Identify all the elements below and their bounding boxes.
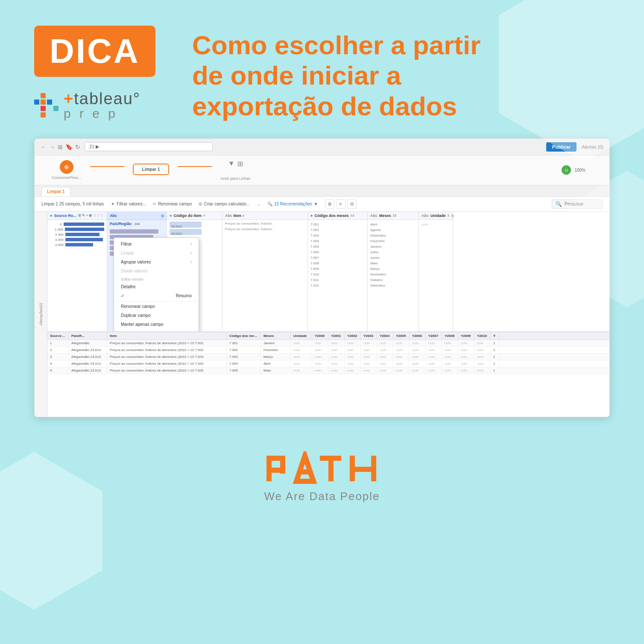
col-header-y2002: Y2002 (345, 332, 361, 340)
calc-icon: ⊞ (199, 202, 202, 206)
tableau-icon (34, 93, 59, 117)
ctx-filtrar[interactable]: Filtrar › (114, 240, 199, 249)
toolbar: Limpar 1 25 campos, 5 mil linhas ▼ Filtr… (35, 197, 609, 212)
pais-regiao-header: Abc ◇ (107, 212, 167, 220)
svg-marker-4 (296, 456, 313, 481)
submenu-arrow-3: › (190, 260, 192, 264)
data-grid: Source Row Number País/R... Item Código … (47, 331, 609, 374)
cell-meses-2: Fevereiro (261, 347, 291, 353)
bar-row-2000: 2.000 (50, 233, 104, 237)
bar-row-4000: 4.000 (50, 243, 104, 247)
nav-home[interactable]: ⊞ (58, 143, 63, 150)
source-row-column: ● Source Ro... ⊞ ✎ + ◉ ⋮⋮⋮ 0 1.00 (47, 212, 107, 331)
table-row: 2 Afeganistão 23.013 Preços ao consumido… (47, 347, 609, 354)
col-header-y2009: Y2009 (458, 332, 474, 340)
cell-unidade-5: nulo (291, 367, 312, 374)
col-header-y2010: Y2010 (474, 332, 491, 340)
item-val-2: Preços ao consumidor, Índices: (225, 227, 305, 231)
grid-header: Source Row Number País/R... Item Código … (47, 332, 609, 340)
cell-pais-2: Afeganistão 23.013 (69, 347, 107, 353)
svg-rect-10 (350, 467, 376, 472)
page-container: DICA (0, 0, 644, 644)
path-logo (262, 451, 382, 486)
context-menu: Filtrar › Limpar › Agrupar valores › D (114, 237, 199, 331)
filter-values-button[interactable]: ▼ Filtrar valores... (111, 202, 146, 206)
nav-bookmark[interactable]: 🔖 (65, 143, 73, 150)
cell-meses-5: Maio (261, 367, 291, 374)
col-type-icon: ● (50, 214, 52, 218)
table-row: 5 Afeganistão 23.013 Preços ao consumido… (47, 367, 609, 374)
unidade-column: Abc Unidade 1 ◇ nulo (419, 212, 453, 331)
col-header-y2005: Y2005 (393, 332, 410, 340)
ctx-limpar[interactable]: Limpar › (114, 249, 199, 258)
data-area: ● Source Ro... ⊞ ✎ + ◉ ⋮⋮⋮ 0 1.00 (47, 212, 609, 417)
bar-row-0: 0 (50, 222, 104, 226)
cell-pais-1: Afeganistão (69, 340, 107, 346)
dica-badge: DICA (34, 26, 155, 77)
nav-forward[interactable]: → (49, 143, 55, 150)
cell-pais-5: Afeganistão 23.013 (69, 367, 107, 374)
bar-2000 (65, 233, 100, 236)
col-header-y2004: Y2004 (377, 332, 393, 340)
pipeline-node-2[interactable]: Limpar 1 (133, 164, 170, 177)
ctx-agrupar[interactable]: Agrupar valores › (114, 258, 199, 266)
grid-view-button[interactable]: ⊞ (325, 199, 334, 209)
col-header-meses: Meses (261, 332, 291, 340)
ctx-manter[interactable]: Manter apenas campo (114, 320, 199, 329)
codigo-bar-2: 23.013 (170, 229, 202, 235)
cell-pais-3: Afeganistão 23.013 (69, 354, 107, 360)
meses-header: Abc Meses 12 (368, 212, 419, 220)
ctx-criar-calc[interactable]: Criar campo calculado › (114, 329, 199, 331)
ctx-detalhe[interactable]: Detalhe (114, 282, 199, 291)
cell-pais-4: Afeganistão 23.013 (69, 360, 107, 367)
list-view-button[interactable]: ≡ (336, 199, 345, 209)
pipeline-connector-1 (90, 166, 124, 167)
pipeline-node-3[interactable]: ▼ ⊞ Anos para Linhas (220, 160, 250, 181)
zoom-level: 100% (574, 168, 592, 173)
compact-view-button[interactable]: ⊟ (347, 199, 357, 209)
ctx-resumo[interactable]: ✓ Resumo (114, 291, 199, 300)
tab-limpar[interactable]: Limpar 1 (41, 187, 70, 196)
nav-refresh[interactable]: ↻ (75, 143, 80, 150)
nav-back[interactable]: ← (41, 143, 47, 150)
pipeline-icons: ▼ ⊞ (228, 160, 243, 168)
browser-url-bar[interactable]: 21 ▶ (85, 142, 213, 151)
ctx-renomear[interactable]: Renomear campo (114, 301, 199, 311)
more-options-button[interactable]: ... (257, 202, 260, 206)
cell-codmeses-3: 7.003 (227, 354, 261, 360)
columns-preview: ● Source Ro... ⊞ ✎ + ◉ ⋮⋮⋮ 0 1.00 (47, 212, 609, 331)
bar-row-3000: 3.000 (50, 238, 104, 242)
rename-field-button[interactable]: ✏ Renomear campo (153, 202, 192, 206)
tableau-text: +tableau° p r e p (64, 90, 141, 121)
cell-num-3: 3 (47, 354, 69, 360)
codigo-bar-1: 23.012 (170, 222, 202, 228)
svg-rect-3 (280, 456, 285, 474)
item-header: Abc Item # (222, 212, 307, 220)
create-calc-button[interactable]: ⊞ Criar campo calculado... (199, 202, 250, 206)
cell-codmeses-5: 7.005 (227, 367, 261, 374)
submenu-arrow-2: › (190, 251, 192, 255)
pipeline-settings[interactable]: ⊙ (562, 165, 571, 175)
cell-num-2: 2 (47, 347, 69, 353)
screenshot-area: ← → ⊞ 🔖 ↻ 21 ▶ Publicar Alertas (0) ⊕ Co… (34, 138, 610, 417)
pipeline-node-1[interactable]: ⊕ ConsumerPrice... (52, 160, 82, 180)
unidade-values: nulo (419, 220, 453, 229)
col-header-num: Source Row Number (47, 332, 69, 340)
bar-row-1000: 1.000 (50, 228, 104, 231)
col-header-unidade: Unidade (291, 332, 312, 340)
recommendations-dropdown-icon: ▼ (314, 202, 318, 206)
bar-chart-area: 0 1.000 2.000 (47, 220, 107, 251)
ctx-dividir[interactable]: Dividir valores (114, 266, 199, 275)
unidade-header: Abc Unidade 1 ◇ (419, 212, 453, 220)
cell-codmeses-1: 7.001 (227, 340, 261, 346)
tagline: We Are Data People (264, 490, 380, 503)
codigo-item-header: ● Código do Item # (167, 212, 222, 220)
cell-codmeses-2: 7.002 (227, 347, 261, 353)
codigo-meses-header: ● Código dos meses 12 (308, 212, 367, 220)
tableau-prep-logo: +tableau° p r e p (34, 90, 141, 121)
svg-rect-7 (328, 456, 334, 481)
table-row: 1 Afeganistão Preços ao consumidor, Índi… (47, 340, 609, 347)
recommendations-button[interactable]: 🔍 15 Recomendações ▼ (267, 202, 318, 206)
ctx-duplicar[interactable]: Duplicar campo (114, 311, 199, 320)
prep-label: p r e p (64, 106, 118, 121)
